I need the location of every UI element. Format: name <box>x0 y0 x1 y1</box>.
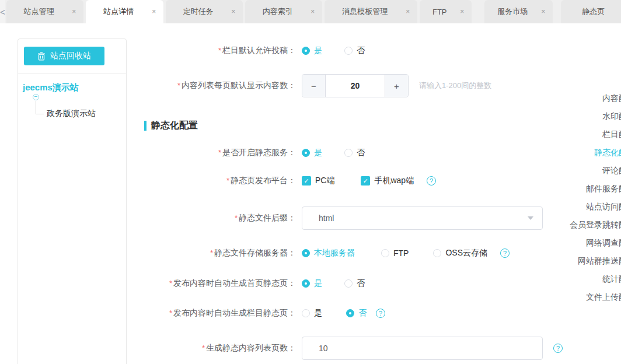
radio-yes-label[interactable]: 是 <box>314 308 322 318</box>
radio-no[interactable] <box>344 47 353 55</box>
trash-icon <box>37 52 46 61</box>
help-icon[interactable]: ? <box>376 309 385 318</box>
anchor-channel-config[interactable]: 栏目配置 <box>507 128 621 141</box>
form-row-home-static: *发布内容时自动生成首页静态页： 是 否 <box>140 277 365 290</box>
radio-yes[interactable] <box>302 279 310 288</box>
radio-no-label[interactable]: 否 <box>357 148 365 158</box>
radio-no[interactable] <box>344 149 353 157</box>
required-mark: * <box>169 309 172 317</box>
required-mark: * <box>226 176 229 185</box>
radio-no-label[interactable]: 否 <box>358 308 367 318</box>
tree-node-child[interactable]: 政务版演示站 <box>47 108 96 119</box>
anchor-survey-config[interactable]: 网络调查配置 <box>507 236 621 249</box>
checkbox-pc-label[interactable]: PC端 <box>315 176 334 186</box>
close-icon[interactable]: × <box>399 8 417 16</box>
tree-connector-line <box>36 101 36 114</box>
tab-label: 定时任务 <box>166 6 224 17</box>
anchor-site-group-push-config[interactable]: 网站群推送配置 <box>507 254 621 267</box>
radio-oss-label[interactable]: OSS云存储 <box>445 248 487 258</box>
radio-ftp-label[interactable]: FTP <box>393 249 409 258</box>
field-label: *生成静态内容列表页数： <box>140 343 296 354</box>
site-tree-panel: 站点回收站 jeecms演示站 − 政务版演示站 <box>18 38 127 364</box>
tab-message-template[interactable]: 消息模板管理 × <box>325 0 417 23</box>
form-row-list-pages: *生成静态内容列表页数： ? <box>140 337 563 360</box>
close-icon[interactable]: × <box>534 8 553 16</box>
tab-label: FTP <box>420 8 453 16</box>
radio-yes[interactable] <box>302 309 310 317</box>
required-mark: * <box>169 279 172 288</box>
tree-connector-line <box>36 114 44 114</box>
field-label: *静态页发布平台： <box>140 176 296 186</box>
form-row-file-suffix: *静态文件后缀： html <box>140 206 543 230</box>
close-icon[interactable]: × <box>453 8 472 16</box>
checkbox-wap-label[interactable]: 手机wap端 <box>374 176 414 186</box>
radio-yes[interactable] <box>302 149 310 157</box>
help-icon[interactable]: ? <box>553 344 563 353</box>
radio-no[interactable] <box>346 309 354 317</box>
close-icon[interactable]: × <box>303 8 322 16</box>
anchor-mail-service-config[interactable]: 邮件服务配置 <box>507 182 621 195</box>
checkbox-pc[interactable]: ✓ <box>302 176 311 186</box>
radio-local-server[interactable] <box>302 249 310 257</box>
sidebar-divider <box>18 74 126 74</box>
radio-local-server-label[interactable]: 本地服务器 <box>314 248 355 258</box>
config-anchor-nav: 内容配置 水印配置 栏目配置 静态化配置 评论配置 邮件服务配置 站点访问配置 … <box>507 92 621 309</box>
radio-no[interactable] <box>344 279 353 288</box>
field-label: *发布内容时自动生成栏目静态页： <box>140 308 296 318</box>
checkbox-wap[interactable]: ✓ <box>361 176 370 186</box>
close-icon[interactable]: × <box>65 8 83 16</box>
anchor-site-access-config[interactable]: 站点访问配置 <box>507 200 621 213</box>
stepper-increase-button[interactable]: + <box>385 75 408 97</box>
tabs-scroll-left-icon[interactable]: < <box>0 0 5 23</box>
anchor-comment-config[interactable]: 评论配置 <box>507 164 621 177</box>
form-row-allow-contribute: *栏目默认允许投稿： 是 否 <box>140 44 365 57</box>
tab-ftp[interactable]: FTP × <box>420 0 472 23</box>
anchor-static-config[interactable]: 静态化配置 <box>507 146 621 159</box>
tab-bar: < 站点管理 × 站点详情 × 定时任务 × 内容索引 × 消息模板管理 × F… <box>0 0 621 23</box>
close-icon[interactable]: × <box>224 8 243 16</box>
radio-yes[interactable] <box>302 47 310 55</box>
anchor-content-config[interactable]: 内容配置 <box>507 92 621 104</box>
section-accent-bar <box>144 121 146 131</box>
tab-site-management[interactable]: 站点管理 × <box>6 0 83 23</box>
required-mark: * <box>235 214 238 222</box>
radio-yes-label[interactable]: 是 <box>314 278 322 289</box>
tab-label: 消息模板管理 <box>325 6 399 17</box>
tab-scheduled-tasks[interactable]: 定时任务 × <box>166 0 243 23</box>
help-icon[interactable]: ? <box>427 176 436 186</box>
stepper-value[interactable]: 20 <box>326 75 385 97</box>
field-label: *静态文件后缀： <box>140 213 296 223</box>
anchor-watermark-config[interactable]: 水印配置 <box>507 110 621 123</box>
tab-static-page[interactable]: 静态页 × <box>561 0 621 23</box>
required-mark: * <box>218 46 221 55</box>
collapse-icon[interactable]: − <box>33 94 39 100</box>
close-icon[interactable]: × <box>145 8 163 16</box>
form-row-static-service: *是否开启静态服务： 是 否 <box>140 146 365 159</box>
tab-site-detail[interactable]: 站点详情 × <box>86 0 163 23</box>
radio-yes-label[interactable]: 是 <box>314 148 322 158</box>
field-label: *发布内容时自动生成首页静态页： <box>140 278 296 289</box>
radio-no-label[interactable]: 否 <box>357 278 365 289</box>
anchor-member-login-redirect-config[interactable]: 会员登录跳转配置 <box>507 218 621 231</box>
tab-content-index[interactable]: 内容索引 × <box>245 0 322 23</box>
required-mark: * <box>218 148 221 157</box>
radio-no-label[interactable]: 否 <box>357 46 365 56</box>
section-title: 静态化配置 <box>151 120 198 132</box>
tab-service-market[interactable]: 服务市场 × <box>484 0 553 23</box>
form-row-page-size: *内容列表每页默认显示内容数： − 20 + 请输入1-200间的整数 <box>140 74 491 97</box>
anchor-statistics-config[interactable]: 统计配置 <box>507 272 621 285</box>
tab-label: 服务市场 <box>484 6 534 17</box>
stepper-decrease-button[interactable]: − <box>302 75 326 97</box>
radio-yes-label[interactable]: 是 <box>314 46 322 56</box>
anchor-file-upload-config[interactable]: 文件上传配置 <box>507 290 621 303</box>
section-header-static-config: 静态化配置 <box>144 120 198 132</box>
radio-oss[interactable] <box>433 249 441 257</box>
radio-ftp[interactable] <box>381 249 389 257</box>
recycle-button-label: 站点回收站 <box>50 51 91 61</box>
list-pages-input[interactable] <box>302 337 543 360</box>
tab-label: 内容索引 <box>245 6 303 17</box>
site-recycle-bin-button[interactable]: 站点回收站 <box>24 47 104 65</box>
tree-node-root[interactable]: jeecms演示站 <box>23 82 79 93</box>
tab-label: 静态页 <box>561 6 619 17</box>
select-value: html <box>319 214 528 223</box>
